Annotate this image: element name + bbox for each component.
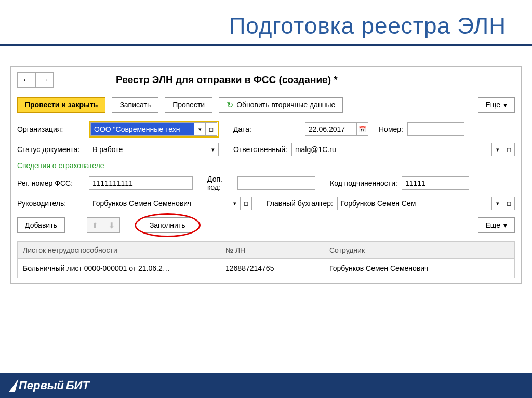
dropdown-icon[interactable]: ▾ xyxy=(492,197,503,210)
footer-logo: ПервыйБИТ xyxy=(10,379,89,392)
status-label: Статус документа: xyxy=(17,145,85,154)
col-emp[interactable]: Сотрудник xyxy=(324,242,514,258)
logo-icon xyxy=(9,379,19,392)
more-label: Еще xyxy=(486,101,501,109)
status-input[interactable] xyxy=(89,143,207,156)
dropdown-icon[interactable]: ▾ xyxy=(194,122,206,136)
forward-button[interactable]: → xyxy=(35,73,53,87)
open-icon[interactable]: ◻ xyxy=(241,197,252,210)
col-sheet[interactable]: Листок нетрудоспособности xyxy=(18,242,220,258)
dropdown-icon[interactable]: ▾ xyxy=(207,143,219,156)
move-up-button[interactable]: ⬆ xyxy=(87,217,103,233)
refresh-label: Обновить вторичные данные xyxy=(236,101,335,109)
brand-text-2: БИТ xyxy=(66,379,89,392)
open-icon[interactable]: ◻ xyxy=(206,122,217,136)
number-label: Номер: xyxy=(379,125,403,133)
chevron-down-icon: ▾ xyxy=(503,221,507,229)
window-title: Реестр ЭЛН для отправки в ФСС (создание)… xyxy=(116,74,338,86)
table-header: Листок нетрудоспособности № ЛН Сотрудник xyxy=(18,242,514,259)
fill-button[interactable]: Заполнить xyxy=(142,217,193,233)
reg-input[interactable] xyxy=(89,176,193,190)
resp-input[interactable] xyxy=(291,143,492,156)
app-window: ← → Реестр ЭЛН для отправки в ФСС (созда… xyxy=(10,66,522,284)
subcode-label: Код подчиненности: xyxy=(330,179,397,187)
section-insurer: Сведения о страхователе xyxy=(17,161,515,170)
resp-label: Ответственный: xyxy=(233,145,287,154)
org-input[interactable] xyxy=(90,122,194,136)
open-icon[interactable]: ◻ xyxy=(503,197,515,210)
back-button[interactable]: ← xyxy=(18,73,35,87)
addcode-label: Доп. код: xyxy=(207,175,233,191)
cell-sheet: Больничный лист 0000-000001 от 21.06.2… xyxy=(18,259,220,278)
org-highlight: ▾ ◻ xyxy=(89,121,219,138)
submit-button[interactable]: Провести xyxy=(165,97,212,113)
more-button[interactable]: Еще ▾ xyxy=(478,97,515,113)
nav-group: ← → xyxy=(17,72,54,88)
slide-title: Подготовка реестра ЭЛН xyxy=(0,0,532,44)
move-down-button[interactable]: ⬇ xyxy=(103,217,120,233)
date-input[interactable] xyxy=(305,122,357,136)
acc-label: Главный бухгалтер: xyxy=(267,199,333,208)
refresh-icon: ↻ xyxy=(227,100,233,110)
brand-text-1: Первый xyxy=(19,379,64,392)
submit-close-button[interactable]: Провести и закрыть xyxy=(17,97,105,113)
head-input[interactable] xyxy=(89,197,229,210)
more-label: Еще xyxy=(486,221,501,229)
divider xyxy=(0,44,532,46)
reg-label: Рег. номер ФСС: xyxy=(17,179,85,187)
head-label: Руководитель: xyxy=(17,199,85,208)
data-table: Листок нетрудоспособности № ЛН Сотрудник… xyxy=(17,241,515,278)
refresh-button[interactable]: ↻ Обновить вторичные данные xyxy=(219,97,343,113)
calendar-icon[interactable]: 📅 xyxy=(357,122,368,136)
subcode-input[interactable] xyxy=(402,176,469,190)
footer: ПервыйБИТ xyxy=(0,373,532,398)
dropdown-icon[interactable]: ▾ xyxy=(229,197,241,210)
add-button[interactable]: Добавить xyxy=(17,217,65,233)
open-icon[interactable]: ◻ xyxy=(503,143,515,156)
more-button-2[interactable]: Еще ▾ xyxy=(478,217,515,233)
org-label: Организация: xyxy=(17,125,85,133)
acc-input[interactable] xyxy=(337,197,492,210)
number-input[interactable] xyxy=(407,122,464,136)
cell-num: 126887214765 xyxy=(220,259,324,278)
col-num[interactable]: № ЛН xyxy=(220,242,324,258)
date-label: Дата: xyxy=(233,125,259,133)
save-button[interactable]: Записать xyxy=(112,97,158,113)
dropdown-icon[interactable]: ▾ xyxy=(492,143,503,156)
addcode-input[interactable] xyxy=(237,176,315,190)
table-row[interactable]: Больничный лист 0000-000001 от 21.06.2… … xyxy=(18,259,514,278)
cell-emp: Горбунков Семен Семенович xyxy=(324,259,514,278)
chevron-down-icon: ▾ xyxy=(503,101,507,109)
